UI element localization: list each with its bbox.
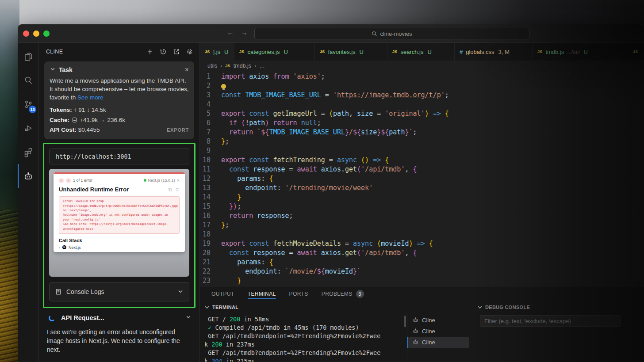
new-task-icon[interactable] bbox=[146, 47, 154, 56]
breadcrumb[interactable]: utils › JS tmdb.js › … bbox=[200, 61, 644, 71]
debug-console-header[interactable]: DEBUG CONSOLE bbox=[469, 301, 644, 313]
terminal-line: GET / 200 in 58ms bbox=[204, 315, 407, 324]
console-logs-toggle[interactable]: Console Logs bbox=[49, 282, 189, 301]
browser-url-field[interactable]: http://localhost:3001 bbox=[49, 149, 189, 164]
chevron-down-icon bbox=[177, 288, 184, 296]
code-line: 10export const fetchTrending = async () … bbox=[200, 156, 644, 165]
source-control-icon[interactable]: 13 bbox=[18, 92, 38, 116]
editor-tab-search.js[interactable]: JSsearch.jsU bbox=[387, 43, 455, 61]
command-center-search[interactable]: cline-movies bbox=[254, 28, 529, 39]
terminal-session-item[interactable]: Cline bbox=[407, 326, 469, 337]
terminal-section-header[interactable]: TERMINAL bbox=[200, 301, 469, 313]
task-close-icon[interactable]: × bbox=[185, 66, 189, 73]
terminal-session-item[interactable]: Cline bbox=[407, 337, 469, 348]
js-file-icon: JS bbox=[537, 50, 542, 54]
breadcrumb-symbol[interactable]: … bbox=[259, 63, 265, 69]
expand-chevron-icon[interactable]: › bbox=[59, 245, 60, 250]
code-text: const response = await axios.get('/api/t… bbox=[221, 248, 417, 258]
prev-error-button[interactable]: ‹ bbox=[59, 178, 64, 183]
console-logs-label: Console Logs bbox=[66, 288, 104, 295]
reload-icon[interactable] bbox=[175, 187, 180, 192]
explorer-icon[interactable] bbox=[18, 45, 38, 69]
history-icon[interactable] bbox=[159, 47, 168, 56]
lightbulb-icon[interactable] bbox=[221, 84, 226, 89]
terminal-session-label: Cline bbox=[422, 328, 435, 335]
terminal-session-list: ClineClineCline bbox=[407, 313, 469, 362]
maximize-window-button[interactable] bbox=[43, 30, 50, 37]
call-stack-title: Call Stack bbox=[59, 238, 180, 243]
line-number: 8 bbox=[200, 137, 221, 146]
editor-tab-favorites.js[interactable]: JSfavorites.jsU bbox=[315, 43, 387, 61]
search-view-icon[interactable] bbox=[18, 69, 38, 92]
cline-bot-icon bbox=[412, 316, 419, 324]
line-number: 19 bbox=[200, 239, 221, 248]
call-stack-frame[interactable]: Array.map bbox=[60, 251, 180, 252]
terminal-output[interactable]: GET / 200 in 58ms ✓ Compiled /api/tmdb i… bbox=[200, 313, 407, 362]
chevron-down-icon bbox=[477, 304, 483, 310]
editor-tab-tmdb.js[interactable]: JStmdb.js.../apiU bbox=[533, 43, 628, 61]
panel-tab-problems[interactable]: PROBLEMS3 bbox=[322, 286, 364, 301]
line-number: 18 bbox=[200, 230, 221, 239]
code-text: params: { bbox=[221, 258, 273, 267]
tab-git-badge: U bbox=[360, 49, 364, 55]
tab-label: ].js bbox=[213, 49, 220, 55]
chevron-down-icon bbox=[204, 304, 210, 310]
terminal-scrollbar[interactable] bbox=[404, 316, 406, 327]
titlebar: ← → cline-movies bbox=[18, 24, 644, 43]
panel-tab-ports[interactable]: PORTS bbox=[289, 286, 308, 301]
editor-tab-categories.js[interactable]: JScategories.jsU bbox=[234, 43, 315, 61]
breadcrumb-folder[interactable]: utils bbox=[207, 63, 217, 69]
cache-label: Cache: bbox=[50, 115, 69, 125]
debug-filter-input[interactable] bbox=[480, 315, 621, 327]
panel-tab-label: PORTS bbox=[289, 291, 308, 297]
history-back-button[interactable]: ← bbox=[226, 29, 235, 37]
panel-tab-bar: OUTPUTTERMINALPORTSPROBLEMS3 bbox=[200, 286, 644, 301]
tab-label: tmdb.js bbox=[545, 49, 564, 55]
terminal-line: k 304 in 215ms bbox=[204, 357, 407, 362]
terminal-session-label: Cline bbox=[422, 317, 435, 324]
editor-tab-].js[interactable]: JS].jsU bbox=[200, 43, 234, 61]
error-overlay-close-icon[interactable]: × bbox=[177, 178, 180, 183]
minimize-window-button[interactable] bbox=[33, 30, 39, 37]
line-number: 6 bbox=[200, 118, 221, 128]
line-number: 1 bbox=[200, 72, 221, 81]
js-file-icon: JS bbox=[239, 50, 244, 54]
extensions-icon[interactable] bbox=[18, 140, 38, 164]
panel-tab-output[interactable]: OUTPUT bbox=[211, 286, 234, 301]
line-number: 5 bbox=[200, 109, 221, 118]
close-window-button[interactable] bbox=[23, 30, 29, 37]
export-button[interactable]: EXPORT bbox=[167, 126, 189, 134]
call-stack-frame[interactable]: ›NNext.js bbox=[59, 245, 180, 250]
breadcrumb-file[interactable]: tmdb.js bbox=[234, 63, 251, 69]
terminal-pane: TERMINAL GET / 200 in 58ms ✓ Compiled /a… bbox=[200, 301, 469, 362]
cache-write: +41.9k bbox=[80, 115, 98, 125]
copy-error-icon[interactable] bbox=[168, 187, 172, 192]
line-number: 7 bbox=[200, 128, 221, 137]
tab-git-badge: U bbox=[224, 49, 228, 55]
editor-tab-globals.css[interactable]: #globals.css3, M bbox=[455, 43, 533, 61]
browser-session-highlight: http://localhost:3001 ‹ › 1 of 1 error N… bbox=[43, 143, 196, 308]
next-error-button[interactable]: › bbox=[66, 178, 71, 183]
code-line: 11 const response = await axios.get('/ap… bbox=[200, 165, 644, 174]
line-number: 9 bbox=[200, 146, 221, 156]
open-in-editor-icon[interactable] bbox=[172, 47, 181, 56]
see-more-link[interactable]: See more bbox=[77, 94, 104, 101]
run-debug-icon[interactable] bbox=[18, 116, 38, 140]
code-text: }; bbox=[221, 137, 229, 146]
api-request-row[interactable]: API Request... bbox=[39, 308, 199, 324]
editor-tab-partial[interactable]: JS bbox=[628, 43, 644, 61]
terminal-session-item[interactable]: Cline bbox=[407, 315, 469, 326]
code-line: 16 return response; bbox=[200, 211, 644, 221]
code-text: export const getImageUrl = (path, size =… bbox=[221, 109, 449, 118]
search-icon bbox=[372, 31, 377, 37]
code-editor[interactable]: 1import axios from 'axios';23const TMDB_… bbox=[200, 71, 644, 286]
tab-git-badge: U bbox=[427, 49, 431, 55]
terminal-line: GET /api/tmdb?endpoint=%2Ftrending%2Fmov… bbox=[204, 332, 407, 340]
history-forward-button[interactable]: → bbox=[239, 29, 249, 37]
tokens-down: ↓ 14.5k bbox=[87, 105, 106, 115]
task-collapse-icon[interactable] bbox=[50, 66, 56, 74]
cline-extension-icon[interactable] bbox=[18, 164, 38, 188]
panel-tab-terminal[interactable]: TERMINAL bbox=[248, 286, 276, 301]
code-text: const response = await axios.get('/api/t… bbox=[221, 165, 417, 174]
settings-gear-icon[interactable] bbox=[185, 47, 194, 56]
